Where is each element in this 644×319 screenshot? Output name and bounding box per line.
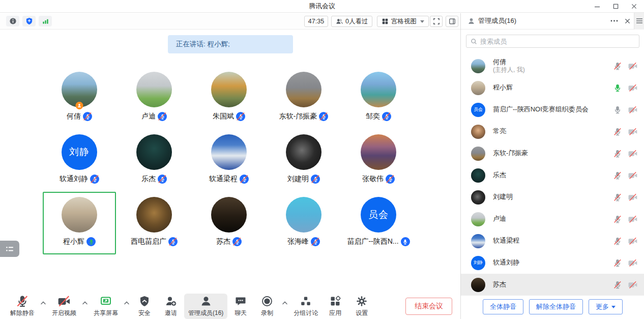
toolbar-item-camera-off[interactable]: 开启视频 — [48, 294, 80, 319]
mic-muted-icon[interactable] — [240, 175, 249, 184]
member-row[interactable]: 卢迪 — [461, 208, 644, 230]
maximize-button[interactable] — [608, 1, 623, 12]
participant-tile[interactable]: 西电苗启广 — [118, 192, 191, 254]
toolbar-item-apps[interactable]: 应用 — [322, 294, 348, 319]
member-row[interactable]: 常亮 — [461, 121, 644, 142]
toolbar-item-record[interactable]: 录制 — [254, 294, 280, 319]
toolbar-item-chat[interactable]: 聊天 — [227, 294, 254, 319]
camera-off-icon[interactable] — [628, 62, 637, 70]
unmute-all-button[interactable]: 解除全体静音 — [529, 299, 583, 314]
security-shield-icon[interactable] — [22, 16, 36, 26]
panel-close-button[interactable] — [621, 14, 634, 27]
mic-muted-icon[interactable] — [319, 112, 328, 121]
participant-name: 苏杰 — [216, 237, 230, 246]
mic-muted-icon[interactable] — [613, 215, 622, 223]
participant-tile[interactable]: 苏杰 — [192, 192, 266, 254]
member-search-input[interactable] — [480, 38, 635, 45]
member-row[interactable]: 东软-邝振豪 — [461, 142, 644, 164]
member-row[interactable]: 刘建明 — [461, 186, 644, 208]
participant-tile[interactable]: 朱国斌 — [192, 67, 266, 129]
toolbar-item-breakout[interactable]: 分组讨论 — [289, 294, 322, 319]
camera-off-icon[interactable] — [628, 150, 637, 158]
panel-collapse-button[interactable] — [634, 13, 644, 30]
member-row[interactable]: 软通梁程 — [461, 230, 644, 252]
camera-off-icon[interactable] — [628, 193, 637, 201]
mic-speaking-icon[interactable] — [613, 84, 622, 92]
participant-tile[interactable]: 卢迪 — [118, 67, 191, 129]
close-button[interactable] — [627, 1, 641, 12]
mic-muted-icon[interactable] — [311, 175, 320, 184]
participant-tile[interactable]: 刘静软通刘静 — [43, 129, 116, 192]
mic-muted-icon[interactable] — [613, 281, 622, 289]
panel-more-button[interactable] — [607, 14, 621, 27]
mic-muted-icon[interactable] — [90, 175, 99, 184]
participant-tile[interactable]: 邹奕 — [342, 67, 415, 129]
chevron-up-icon[interactable] — [81, 296, 89, 316]
toolbar-item-share-screen[interactable]: 共享屏幕 — [90, 294, 122, 319]
toolbar-item-mic-muted[interactable]: 解除静音 — [6, 294, 39, 319]
mic-muted-icon[interactable] — [83, 112, 92, 121]
mic-muted-icon[interactable] — [613, 128, 622, 136]
minimize-button[interactable] — [590, 1, 604, 12]
toolbar-item-invite[interactable]: 邀请 — [158, 294, 184, 319]
mic-muted-icon[interactable] — [168, 237, 178, 246]
chevron-up-icon[interactable] — [123, 296, 130, 316]
participant-tile[interactable]: 张敬伟 — [342, 129, 415, 192]
end-meeting-button[interactable]: 结束会议 — [405, 298, 452, 315]
participant-tile[interactable]: 软通梁程 — [192, 129, 266, 192]
participant-tile[interactable]: 刘建明 — [267, 129, 340, 192]
mic-on-icon[interactable] — [613, 106, 622, 114]
mic-muted-icon[interactable] — [613, 193, 622, 201]
participant-tile[interactable]: 员会苗启广--陕西N... — [342, 192, 415, 254]
mic-muted-icon[interactable] — [232, 237, 242, 246]
member-row[interactable]: 程小辉 — [461, 77, 644, 99]
mic-muted-icon[interactable] — [236, 112, 245, 121]
mute-all-button[interactable]: 全体静音 — [483, 299, 523, 314]
grid-view-icon — [382, 18, 389, 25]
mic-muted-icon[interactable] — [613, 171, 622, 180]
meeting-info-icon[interactable] — [6, 16, 19, 26]
participant-tile[interactable]: 何倩 — [43, 67, 116, 129]
mic-muted-icon[interactable] — [386, 175, 395, 184]
side-panel-toggle[interactable] — [446, 16, 458, 27]
mic-muted-icon[interactable] — [613, 259, 622, 267]
member-row[interactable]: 刘静软通刘静 — [461, 252, 644, 274]
participant-tile[interactable]: 东软-邝振豪 — [267, 67, 340, 129]
mic-muted-icon[interactable] — [613, 237, 622, 245]
member-list-handle[interactable] — [0, 241, 19, 257]
camera-off-icon[interactable] — [628, 281, 637, 289]
participant-tile[interactable]: 乐杰 — [118, 129, 191, 192]
camera-off-icon[interactable] — [628, 128, 637, 136]
member-row[interactable]: 员会苗启广--陕西NOI竞赛组织委员会 — [461, 99, 644, 121]
more-button[interactable]: 更多 — [589, 299, 623, 314]
fullscreen-button[interactable] — [430, 16, 443, 27]
toolbar-item-shield[interactable]: 安全 — [131, 294, 158, 319]
camera-off-icon[interactable] — [628, 106, 637, 114]
camera-off-icon[interactable] — [628, 259, 637, 267]
camera-off-icon[interactable] — [628, 171, 637, 180]
network-quality-icon[interactable] — [39, 16, 52, 26]
camera-off-icon[interactable] — [628, 215, 637, 223]
toolbar-item-settings[interactable]: 设置 — [348, 294, 375, 319]
viewers-button[interactable]: 0人看过 — [331, 16, 372, 27]
mic-muted-icon[interactable] — [311, 237, 320, 246]
mic-on-icon[interactable] — [401, 237, 410, 246]
member-row[interactable]: 乐杰 — [461, 164, 644, 186]
toolbar-item-members[interactable]: 管理成员(16) — [184, 294, 227, 319]
chevron-up-icon[interactable] — [281, 296, 288, 316]
participant-tile[interactable]: 张海峰 — [267, 192, 340, 254]
mic-muted-icon[interactable] — [613, 62, 622, 70]
mic-muted-icon[interactable] — [613, 150, 622, 158]
camera-off-icon[interactable] — [628, 237, 637, 245]
participant-tile[interactable]: 程小辉 — [43, 192, 116, 254]
member-name: 何倩 — [493, 58, 525, 66]
member-row[interactable]: 苏杰 — [461, 274, 644, 296]
mic-muted-icon[interactable] — [158, 112, 167, 121]
chevron-up-icon[interactable] — [40, 296, 47, 316]
mic-muted-icon[interactable] — [382, 112, 391, 121]
mic-muted-icon[interactable] — [158, 175, 167, 184]
member-row[interactable]: 何倩(主持人, 我) — [461, 55, 644, 77]
view-mode-dropdown[interactable]: 宫格视图 — [377, 16, 429, 27]
mic-speaking-icon[interactable] — [86, 237, 96, 246]
camera-off-icon[interactable] — [628, 84, 637, 92]
